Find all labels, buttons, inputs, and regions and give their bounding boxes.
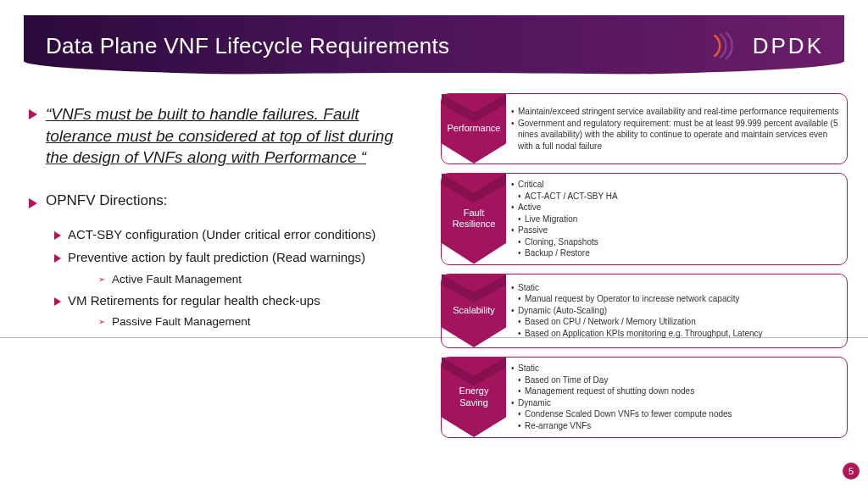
chevron-right-icon: ➢ bbox=[98, 317, 105, 326]
direction-item: ACT-SBY configuration (Under critical er… bbox=[68, 226, 376, 243]
card-bullet: Government and regulatory requirement: m… bbox=[511, 118, 840, 152]
dpdk-logo: DPDK bbox=[707, 28, 824, 64]
card-bullet: Manual request by Operator to increase n… bbox=[511, 293, 840, 305]
card-bullet: Based on CPU / Network / Memory Utilizat… bbox=[511, 316, 840, 328]
card-bullet: Static bbox=[511, 282, 840, 294]
title-banner: Data Plane VNF Lifecycle Requirements DP… bbox=[24, 15, 844, 76]
card-bullet: Dynamic bbox=[511, 397, 840, 409]
direction-subitem: Active Fault Management bbox=[112, 273, 242, 286]
direction-item: VM Retirements for regular health check-… bbox=[68, 292, 320, 309]
card-bullet: Based on Time of Day bbox=[511, 374, 840, 386]
card-bullet: Passive bbox=[511, 225, 840, 236]
card-bullet: Critical bbox=[511, 179, 840, 191]
card-label: Fault Resilience bbox=[442, 174, 506, 264]
bullet-icon bbox=[54, 254, 61, 263]
dpdk-arc-icon bbox=[707, 28, 743, 64]
card-scalability: Scalability Static Manual request by Ope… bbox=[441, 274, 848, 348]
card-bullet: Based on Application KPIs monitoring e.g… bbox=[511, 328, 840, 340]
card-performance: Performance Maintain/exceed stringent se… bbox=[441, 93, 848, 164]
logo-text: DPDK bbox=[753, 33, 824, 59]
card-bullet: Condense Scaled Down VNFs to fewer compu… bbox=[511, 408, 840, 420]
card-fault-resilience: Fault Resilience Critical ACT-ACT / ACT-… bbox=[441, 173, 848, 265]
chevron-right-icon: ➢ bbox=[98, 274, 105, 284]
card-label: Scalability bbox=[442, 274, 506, 347]
direction-subitem: Passive Fault Management bbox=[112, 315, 251, 328]
card-label: Performance bbox=[442, 94, 506, 164]
page-number-badge: 5 bbox=[843, 463, 860, 480]
direction-item: Preventive action by fault prediction (R… bbox=[68, 249, 365, 266]
bullet-icon bbox=[29, 198, 37, 208]
card-label: Energy Saving bbox=[442, 358, 506, 437]
left-column: “VNFs must be built to handle failures. … bbox=[29, 103, 410, 335]
card-bullet: Re-arrange VNFs bbox=[511, 420, 840, 432]
card-bullet: ACT-ACT / ACT-SBY HA bbox=[511, 191, 840, 202]
quote-text: “VNFs must be built to handle failures. … bbox=[46, 103, 410, 169]
page-title: Data Plane VNF Lifecycle Requirements bbox=[46, 33, 449, 59]
bullet-icon bbox=[29, 109, 37, 119]
card-energy-saving: Energy Saving Static Based on Time of Da… bbox=[441, 357, 848, 438]
right-column: Performance Maintain/exceed stringent se… bbox=[441, 93, 848, 446]
bullet-icon bbox=[54, 297, 61, 306]
card-bullet: Management request of shutting down node… bbox=[511, 385, 840, 397]
card-bullet: Cloning, Snapshots bbox=[511, 236, 840, 248]
bullet-icon bbox=[54, 231, 61, 240]
card-bullet: Dynamic (Auto-Scaling) bbox=[511, 305, 840, 317]
card-bullet: Maintain/exceed stringent service availa… bbox=[511, 106, 840, 118]
card-bullet: Static bbox=[511, 363, 840, 374]
card-bullet: Active bbox=[511, 202, 840, 214]
card-bullet: Live Migration bbox=[511, 214, 840, 225]
card-bullet: Backup / Restore bbox=[511, 247, 840, 259]
directions-heading: OPNFV Directions: bbox=[46, 192, 168, 209]
